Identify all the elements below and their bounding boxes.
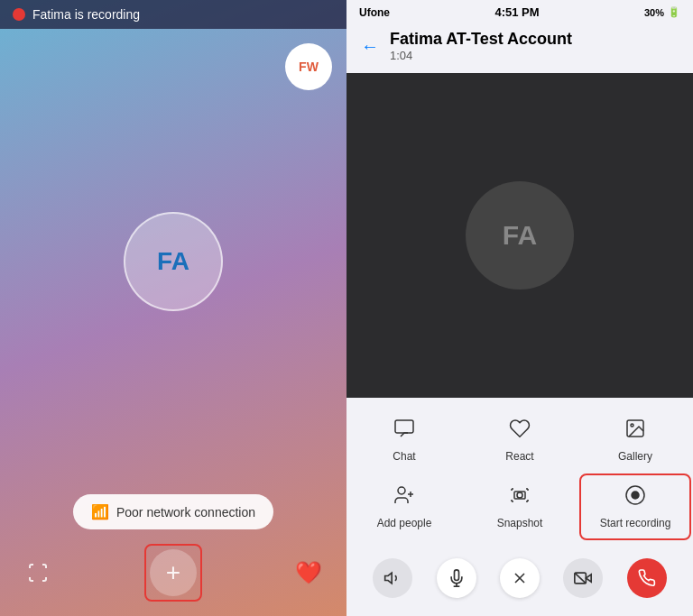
action-add-people[interactable]: Add people	[346, 472, 462, 542]
battery-text: 30%	[644, 7, 664, 18]
poor-network-text: Poor network connection	[116, 505, 255, 519]
svg-marker-10	[385, 573, 393, 584]
start-recording-label: Start recording	[600, 517, 671, 529]
call-title: Fatima AT-Test Account	[390, 30, 572, 49]
left-panel: Fatima is recording FW FA 📶 Poor network…	[0, 0, 346, 616]
fa-avatar-left: FA	[124, 212, 223, 311]
hangup-button[interactable]	[627, 558, 667, 598]
svg-point-9	[632, 492, 639, 499]
action-gallery[interactable]: Gallery	[578, 409, 693, 472]
left-bottom: 📶 Poor network connection + ❤️	[0, 494, 346, 616]
svg-rect-0	[395, 420, 413, 433]
action-start-recording[interactable]: Start recording	[579, 473, 691, 540]
plus-button-outline: +	[144, 544, 202, 602]
end-call-button[interactable]	[500, 558, 540, 598]
bottom-controls-left: + ❤️	[14, 544, 332, 602]
status-right: 30% 🔋	[644, 6, 680, 18]
call-duration: 1:04	[390, 49, 572, 62]
battery-icon: 🔋	[668, 6, 680, 18]
carrier-text: Ufone	[359, 6, 390, 19]
gallery-label: Gallery	[618, 450, 652, 463]
status-bar: Ufone 4:51 PM 30% 🔋	[346, 0, 693, 21]
mic-button[interactable]	[437, 558, 476, 598]
fa-avatar-right: FA	[466, 181, 574, 290]
video-button[interactable]	[563, 558, 603, 598]
recording-text: Fatima is recording	[32, 7, 140, 22]
back-button[interactable]: ←	[361, 36, 379, 57]
call-main-area: FA	[346, 73, 693, 398]
action-react[interactable]: React	[462, 409, 578, 472]
add-people-icon	[393, 484, 415, 511]
svg-point-2	[631, 424, 633, 427]
time-text: 4:51 PM	[494, 5, 539, 19]
poor-network-badge: 📶 Poor network connection	[73, 494, 273, 529]
svg-point-3	[398, 487, 405, 494]
call-header-info: Fatima AT-Test Account 1:04	[390, 30, 572, 62]
action-chat[interactable]: Chat	[346, 409, 462, 472]
start-recording-icon	[624, 484, 646, 511]
snapshot-label: Snapshot	[497, 517, 543, 529]
chat-icon	[393, 418, 415, 445]
scan-button[interactable]	[22, 556, 54, 589]
network-icon: 📶	[91, 503, 109, 520]
action-snapshot[interactable]: Snapshot	[462, 472, 578, 542]
chat-label: Chat	[393, 450, 415, 463]
react-icon	[509, 418, 531, 445]
plus-button[interactable]: +	[150, 549, 197, 596]
bottom-call-controls	[346, 549, 693, 616]
snapshot-icon	[509, 484, 531, 511]
call-header: ← Fatima AT-Test Account 1:04	[346, 21, 693, 73]
right-panel: Ufone 4:51 PM 30% 🔋 ← Fatima AT-Test Acc…	[346, 0, 693, 616]
heart-button[interactable]: ❤️	[292, 556, 325, 589]
recording-dot	[13, 8, 25, 21]
action-grid: Chat React Gallery	[346, 398, 693, 549]
svg-line-17	[575, 573, 587, 584]
add-people-label: Add people	[377, 517, 432, 529]
recording-banner: Fatima is recording	[0, 0, 346, 29]
react-label: React	[505, 450, 533, 463]
left-content: FW FA	[0, 29, 346, 494]
fw-avatar: FW	[285, 43, 332, 90]
svg-marker-15	[587, 575, 592, 582]
svg-point-6	[517, 492, 522, 498]
gallery-icon	[624, 418, 646, 445]
speaker-button[interactable]	[373, 558, 412, 598]
